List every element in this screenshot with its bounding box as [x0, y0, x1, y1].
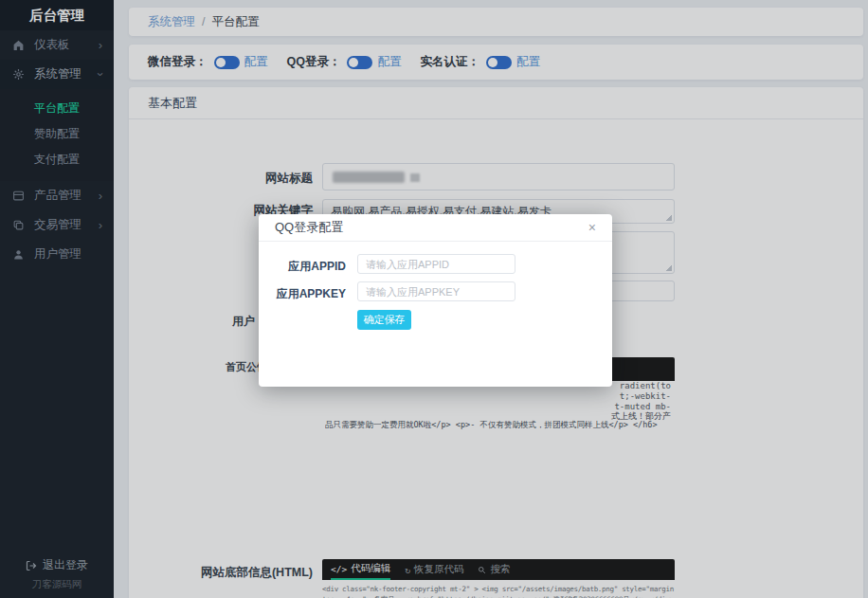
appid-label: 应用APPID [276, 259, 346, 275]
qq-login-config-modal: QQ登录配置 × 应用APPID 应用APPKEY 确定保存 [259, 214, 612, 387]
save-button[interactable]: 确定保存 [357, 310, 411, 330]
close-icon[interactable]: × [588, 221, 596, 234]
appkey-label: 应用APPKEY [276, 286, 346, 302]
modal-header: QQ登录配置 × [259, 214, 612, 242]
page: 后台管理 仪表板 › 系统管理 › 平台配置 赞助配置 支付配置 产品管理 [0, 0, 868, 598]
appkey-input[interactable] [357, 281, 515, 301]
modal-title: QQ登录配置 [275, 219, 343, 236]
appid-input[interactable] [357, 254, 515, 274]
